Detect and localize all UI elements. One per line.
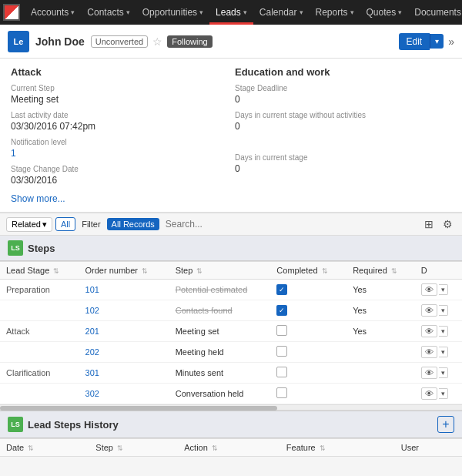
nav-calendar[interactable]: Calendar ▾	[253, 0, 310, 25]
stage-deadline-label: Stage Deadline	[235, 84, 451, 92]
expand-button[interactable]: »	[448, 35, 454, 48]
sort-icon[interactable]: ⇅	[117, 444, 123, 452]
cell-completed[interactable]	[270, 342, 346, 363]
nav-documents[interactable]: Documents ▾	[408, 0, 462, 25]
cell-completed[interactable]	[270, 363, 346, 384]
days-current-label: Days in current stage	[235, 153, 451, 162]
chevron-down-icon: ▾	[300, 8, 303, 16]
status-badge: Unconverted	[91, 35, 148, 48]
show-more-link[interactable]: Show more...	[11, 193, 65, 204]
col-user: User	[395, 439, 462, 457]
stage-change-value: 03/30/2016	[11, 175, 227, 186]
row-view-button[interactable]: 👁	[421, 283, 437, 296]
current-step-value: Meeting set	[11, 94, 227, 105]
following-badge: Following	[167, 35, 212, 48]
cell-required	[346, 363, 415, 384]
days-without-activities-value: 0	[235, 121, 451, 132]
days-without-activities-label: Days in current stage without activities	[235, 111, 451, 119]
cell-completed[interactable]: ✓	[270, 280, 346, 300]
cell-required: Yes	[346, 280, 415, 300]
cell-step: Contacts found	[169, 300, 271, 321]
row-dropdown-button[interactable]: ▾	[439, 326, 448, 337]
section1-title: Attack	[11, 66, 227, 78]
horizontal-scrollbar[interactable]	[0, 404, 462, 411]
history-header: LS Lead Steps History +	[0, 411, 462, 438]
cell-order-number: 301	[79, 363, 169, 384]
edit-dropdown-button[interactable]: ▾	[430, 34, 444, 49]
related-bar: Related ▾ All Filter All Records ⊞ ⚙	[0, 213, 462, 236]
cell-completed[interactable]: ✓	[270, 300, 346, 321]
row-view-button[interactable]: 👁	[421, 304, 437, 317]
cell-lead-stage	[0, 300, 79, 321]
steps-table-wrapper: Lead Stage ⇅ Order number ⇅ Step ⇅ Compl…	[0, 261, 462, 404]
chevron-down-icon: ▾	[243, 8, 247, 16]
record-content: Attack Current Step Meeting set Last act…	[0, 59, 462, 213]
filter-label[interactable]: Filter	[79, 218, 103, 230]
nav-leads[interactable]: Leads ▾	[209, 0, 253, 25]
nav-quotes[interactable]: Quotes ▾	[360, 0, 409, 25]
all-records-badge: All Records	[107, 218, 159, 230]
sort-icon[interactable]: ⇅	[142, 267, 148, 275]
sort-icon[interactable]: ⇅	[196, 267, 203, 275]
cell-order-number: 202	[79, 342, 169, 363]
nav-contacts[interactable]: Contacts ▾	[81, 0, 136, 25]
nav-accounts[interactable]: Accounts ▾	[25, 0, 81, 25]
nav-opportunities[interactable]: Opportunities ▾	[136, 0, 209, 25]
last-activity-value: 03/30/2016 07:42pm	[11, 121, 227, 132]
related-button[interactable]: Related ▾	[6, 217, 52, 232]
cell-required: Yes	[346, 321, 415, 342]
col-completed: Completed ⇅	[270, 262, 346, 280]
col-feature: Feature ⇅	[280, 439, 395, 457]
edit-button[interactable]: Edit	[399, 33, 430, 50]
row-view-button[interactable]: 👁	[421, 325, 437, 337]
chevron-down-icon: ▾	[71, 8, 75, 16]
sort-icon[interactable]: ⇅	[53, 267, 59, 275]
row-dropdown-button[interactable]: ▾	[439, 388, 448, 399]
table-row: 202Meeting held👁▾	[0, 342, 462, 363]
row-dropdown-button[interactable]: ▾	[439, 284, 448, 295]
notification-label: Notification level	[11, 138, 227, 146]
history-header-row: Date ⇅ Step ⇅ Action ⇅ Feature ⇅	[0, 439, 462, 457]
search-input[interactable]	[162, 217, 418, 231]
sort-icon[interactable]: ⇅	[322, 267, 328, 275]
cell-lead-stage	[0, 342, 79, 363]
col-step-h: Step ⇅	[89, 439, 178, 457]
cell-order-number: 101	[79, 280, 169, 300]
right-column: Education and work Stage Deadline 0 Days…	[235, 66, 451, 186]
history-table-wrapper: Date ⇅ Step ⇅ Action ⇅ Feature ⇅	[0, 438, 462, 457]
cell-completed[interactable]	[270, 321, 346, 342]
nav-reports[interactable]: Reports ▾	[310, 0, 360, 25]
col-lead-stage: Lead Stage ⇅	[0, 262, 79, 280]
cell-lead-stage: Attack	[0, 321, 79, 342]
favorite-icon[interactable]: ☆	[152, 35, 162, 48]
row-view-button[interactable]: 👁	[421, 367, 437, 379]
settings-icon[interactable]: ⚙	[440, 216, 456, 232]
row-dropdown-button[interactable]: ▾	[439, 305, 448, 316]
grid-view-icon[interactable]: ⊞	[421, 216, 437, 232]
cell-lead-stage	[0, 384, 79, 404]
add-history-button[interactable]: +	[437, 416, 454, 433]
cell-step: Conversation held	[169, 384, 271, 404]
avatar: Le	[8, 31, 29, 52]
app-logo[interactable]	[3, 4, 20, 21]
sort-icon[interactable]: ⇅	[212, 444, 218, 452]
current-step-label: Current Step	[11, 84, 227, 92]
row-dropdown-button[interactable]: ▾	[439, 367, 448, 378]
sort-icon[interactable]: ⇅	[391, 267, 397, 275]
all-button[interactable]: All	[55, 217, 75, 231]
table-row: Attack201Meeting setYes👁▾	[0, 321, 462, 342]
cell-order-number: 201	[79, 321, 169, 342]
row-view-button[interactable]: 👁	[421, 387, 437, 400]
table-row: Preparation101Potential estimated✓Yes👁▾	[0, 280, 462, 300]
cell-order-number: 302	[79, 384, 169, 404]
history-title: Lead Steps History	[28, 419, 437, 431]
row-dropdown-button[interactable]: ▾	[439, 347, 448, 357]
history-table: Date ⇅ Step ⇅ Action ⇅ Feature ⇅	[0, 438, 462, 457]
last-activity-label: Last activity date	[11, 111, 227, 119]
row-view-button[interactable]: 👁	[421, 346, 437, 358]
sort-icon[interactable]: ⇅	[28, 444, 34, 452]
cell-completed[interactable]	[270, 384, 346, 404]
sort-icon[interactable]: ⇅	[320, 444, 326, 452]
cell-actions: 👁▾	[415, 300, 462, 321]
table-row: 302Conversation held👁▾	[0, 384, 462, 404]
